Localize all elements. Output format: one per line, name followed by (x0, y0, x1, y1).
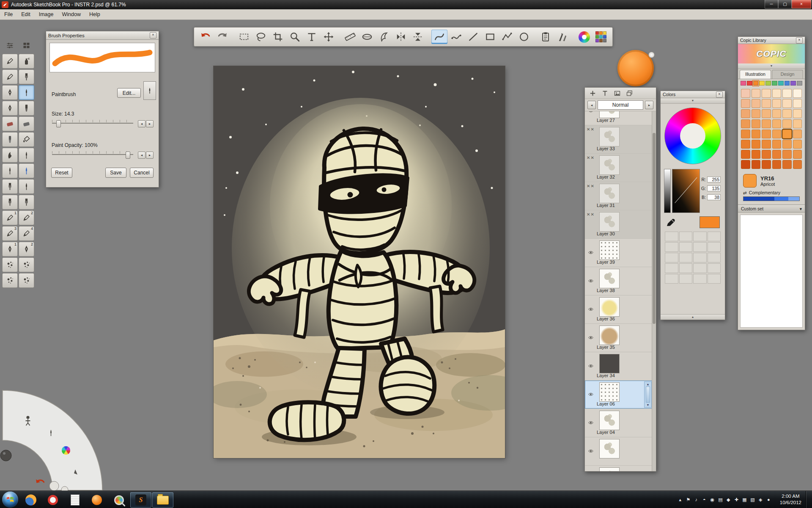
copic-swatch[interactable] (752, 89, 761, 98)
color-swatch-slot[interactable] (693, 274, 707, 284)
close-icon[interactable]: × (796, 37, 803, 44)
custom-set-area[interactable] (740, 215, 803, 328)
copic-swatch[interactable] (772, 140, 782, 149)
size-decrease-button[interactable]: ◂ (138, 120, 145, 127)
zoom-tool[interactable] (287, 30, 303, 44)
eyedropper-icon[interactable] (666, 217, 676, 227)
color-wheel[interactable] (664, 108, 721, 164)
copic-swatch[interactable] (782, 89, 792, 98)
visibility-eye-icon[interactable] (587, 448, 594, 455)
copic-swatch[interactable] (772, 89, 782, 98)
copic-swatch[interactable] (741, 109, 750, 118)
pen-tool[interactable] (2, 85, 18, 100)
r-value[interactable]: 255 (707, 177, 721, 182)
brush-tool[interactable] (2, 163, 18, 178)
visibility-eye-icon[interactable] (587, 363, 594, 370)
taskbar-sketchbook-button[interactable]: S (130, 492, 151, 508)
import-image-icon[interactable] (614, 90, 621, 97)
copic-swatch[interactable] (752, 140, 761, 149)
copic-swatch[interactable] (741, 130, 750, 138)
taskbar-page-button[interactable] (64, 492, 85, 508)
volume-icon[interactable]: ◈ (758, 497, 763, 502)
copic-swatch[interactable] (762, 109, 771, 118)
color-swatch-slot[interactable] (679, 263, 693, 273)
swatch-grid-tool[interactable] (593, 30, 609, 44)
copic-swatch[interactable] (741, 99, 750, 108)
pencil-tool[interactable]: 1 (2, 210, 18, 225)
pencil-tool[interactable] (2, 54, 18, 69)
scurve-tool[interactable] (448, 30, 464, 44)
layer-row[interactable]: Layer 06▲▼ (585, 381, 656, 409)
layer-row[interactable] (585, 437, 656, 466)
copic-swatch[interactable] (772, 109, 782, 118)
size-slider-thumb[interactable] (56, 120, 61, 127)
color-swatch-slot[interactable] (708, 232, 721, 241)
color-swatch-slot[interactable] (665, 263, 678, 273)
grid-tool[interactable] (19, 38, 34, 53)
taskbar-explorer-button[interactable] (152, 492, 173, 508)
bucket-tool[interactable] (19, 132, 34, 147)
polyline-tool[interactable] (499, 30, 515, 44)
copic-swatch[interactable] (793, 130, 802, 138)
flatbrush-tool[interactable] (19, 69, 34, 84)
color-swatch-slot[interactable] (693, 263, 707, 273)
tray-expand-icon[interactable]: ▴ (678, 497, 683, 502)
visibility-eye-icon[interactable] (587, 335, 594, 342)
copic-family-swatch[interactable] (747, 81, 752, 86)
copic-swatch[interactable] (762, 119, 771, 128)
bluetooth-icon[interactable]: ◆ (726, 497, 731, 502)
visibility-eye-icon[interactable] (587, 392, 594, 398)
rectangle-tool[interactable] (482, 30, 498, 44)
layer-row[interactable]: Layer 04 (585, 409, 656, 437)
copic-swatch[interactable] (741, 89, 750, 98)
collapse-bar[interactable]: ▼ (738, 64, 805, 69)
layer-row[interactable]: Layer 39 (585, 239, 656, 267)
layer-row[interactable]: Layer 38 (585, 267, 656, 295)
opacity-decrease-button[interactable]: ◂ (138, 152, 145, 159)
hidden-x-icon[interactable]: ✕✕ (587, 127, 595, 132)
ellipse-tool[interactable] (516, 30, 532, 44)
copic-swatch[interactable] (741, 160, 750, 169)
marker-tool[interactable] (19, 101, 34, 116)
sync-icon[interactable]: ◉ (710, 497, 715, 502)
copic-swatch[interactable] (793, 89, 802, 98)
copic-swatch[interactable] (793, 160, 802, 169)
copic-swatch[interactable] (752, 160, 761, 169)
start-button[interactable] (2, 491, 18, 508)
cancel-button[interactable]: Cancel (130, 168, 154, 178)
transform-tool[interactable] (321, 30, 337, 44)
pencil-tool[interactable]: 4 (19, 226, 34, 241)
swap-icon[interactable]: ⇄ (743, 190, 747, 195)
color-swatch-slot[interactable] (708, 253, 721, 262)
corner-lagoon[interactable] (0, 384, 107, 491)
update-icon[interactable]: ◓ (702, 497, 707, 502)
lagoon-puck[interactable] (0, 450, 11, 461)
prev-blend-mode-button[interactable]: ◂ (587, 101, 596, 109)
color-swatch-slot[interactable] (665, 253, 678, 262)
rect-select-tool[interactable] (236, 30, 252, 44)
lagoon-ring[interactable] (3, 390, 102, 490)
visibility-eye-icon[interactable] (587, 111, 594, 115)
network-icon[interactable]: ▧ (750, 497, 755, 502)
pen-tool[interactable]: 1 (2, 242, 18, 257)
layer-row[interactable]: ✕✕Layer 32 (585, 154, 656, 182)
tab-illustration[interactable]: Illustration (740, 70, 771, 79)
splat-tool[interactable] (2, 257, 18, 272)
text-layer-icon[interactable] (601, 90, 609, 97)
copic-swatch[interactable] (793, 150, 802, 159)
copic-family-swatch[interactable] (759, 81, 765, 86)
hidden-x-icon[interactable]: ✕✕ (587, 212, 595, 217)
layers-scrollbar[interactable] (652, 111, 656, 471)
blend-mode-select[interactable]: Normal (598, 100, 643, 110)
symmetry-y-tool[interactable] (410, 30, 426, 44)
opacity-track[interactable] (646, 387, 650, 403)
redo-tool[interactable] (214, 30, 230, 44)
undo-tool[interactable] (198, 30, 214, 44)
copic-swatch[interactable] (793, 99, 802, 108)
layer-row[interactable]: ✕✕Layer 30 (585, 210, 656, 239)
copic-swatch[interactable] (772, 99, 782, 108)
reset-button[interactable]: Reset (51, 168, 72, 178)
flatbrush-tool[interactable] (19, 195, 34, 210)
color-swatch-slot[interactable] (665, 242, 678, 252)
b-value[interactable]: 38 (707, 194, 721, 200)
